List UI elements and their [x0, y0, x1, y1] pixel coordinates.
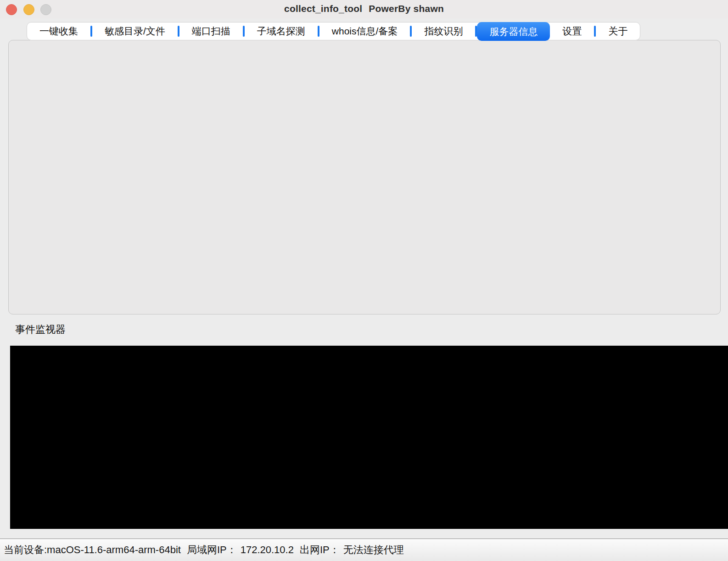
title-bar: collect_info_toolPowerBy shawn — [0, 0, 728, 18]
tab-server-info[interactable]: 服务器信息 — [477, 22, 550, 41]
window-title-author: PowerBy shawn — [369, 3, 444, 14]
window-title-app: collect_info_tool — [284, 3, 362, 14]
status-device: 当前设备:macOS-11.6-arm64-arm-64bit — [4, 543, 181, 557]
tab-about[interactable]: 关于 — [596, 22, 640, 40]
status-lan-ip-label: 局域网IP： — [187, 543, 237, 557]
tab-port-scan[interactable]: 端口扫描 — [179, 22, 243, 40]
status-bar: 当前设备:macOS-11.6-arm64-arm-64bit 局域网IP： 1… — [0, 539, 728, 561]
status-wan-ip-value: 无法连接代理 — [343, 543, 404, 557]
status-lan-ip-value: 172.20.10.2 — [241, 544, 294, 556]
tab-bar: 一键收集敏感目录/文件端口扫描子域名探测whois信息/备案指纹识别服务器信息设… — [27, 22, 640, 40]
tab-whois-icp[interactable]: whois信息/备案 — [319, 22, 410, 40]
tab-content-panel — [8, 40, 721, 314]
tab-fingerprint[interactable]: 指纹识别 — [412, 22, 475, 40]
event-monitor-console[interactable] — [10, 346, 728, 529]
status-wan-ip-label: 出网IP： — [300, 543, 340, 557]
tab-sensitive-dirs[interactable]: 敏感目录/文件 — [92, 22, 178, 40]
tab-subdomain-probe[interactable]: 子域名探测 — [245, 22, 318, 40]
tab-one-key-collect[interactable]: 一键收集 — [27, 22, 90, 40]
event-monitor-label: 事件监视器 — [15, 323, 66, 337]
window-title: collect_info_toolPowerBy shawn — [0, 3, 728, 14]
tab-settings[interactable]: 设置 — [550, 22, 594, 40]
